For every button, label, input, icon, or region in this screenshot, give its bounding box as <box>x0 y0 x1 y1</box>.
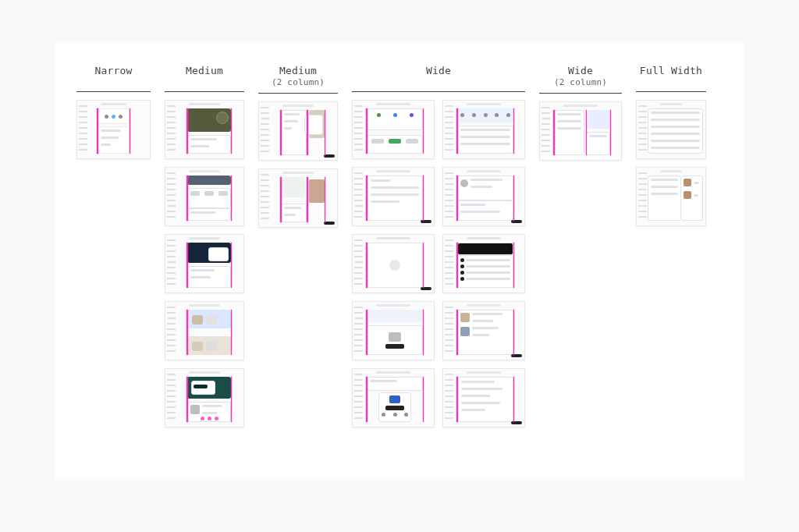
thumb-wide-2b <box>442 167 525 226</box>
stack-medium2 <box>258 101 338 228</box>
col-wide: Wide <box>352 65 525 427</box>
heading-rule <box>539 93 622 94</box>
thumb-wide-3b <box>442 234 525 293</box>
col-medium-2col: Medium (2 column) <box>258 65 338 228</box>
heading-label: Narrow <box>94 65 132 77</box>
thumb-wide2-1 <box>539 101 622 161</box>
thumb-body <box>98 108 130 154</box>
thumb-full-1 <box>636 100 706 159</box>
heading-label: Wide <box>426 65 451 77</box>
heading-rule <box>352 91 525 92</box>
heading-full: Full Width <box>640 65 702 87</box>
heading-rule <box>636 91 706 92</box>
heading-wide2: Wide (2 column) <box>554 65 607 88</box>
thumb-wide-3a <box>352 234 435 293</box>
thumb-medium-2 <box>165 167 244 226</box>
thumb-medium-5 <box>165 368 244 427</box>
thumb-wide-5b <box>442 368 525 427</box>
guide-rail-right <box>130 108 131 154</box>
thumb-medium-3 <box>165 234 244 293</box>
col-medium: Medium <box>165 65 244 427</box>
thumb-medium2-2 <box>258 168 338 228</box>
heading-label: Medium <box>186 65 223 77</box>
thumb-narrow-1 <box>76 100 151 159</box>
col-full: Full Width <box>636 65 706 226</box>
thumb-wide-4a <box>352 301 435 360</box>
thumb-medium2-1 <box>258 101 338 161</box>
stack-medium <box>165 100 244 427</box>
heading-sublabel: (2 column) <box>554 77 607 88</box>
thumb-wide-2a <box>352 167 435 226</box>
stack-wide2 <box>539 101 622 161</box>
col-wide-2col: Wide (2 column) <box>539 65 622 161</box>
heading-rule <box>165 91 244 92</box>
heading-wide: Wide <box>426 65 451 87</box>
heading-rule <box>76 91 151 92</box>
stack-wide <box>352 100 525 427</box>
thumb-wide-1b <box>442 100 525 159</box>
layout-audit-frame: Narrow <box>55 43 744 480</box>
thumb-wide-5a <box>352 368 435 427</box>
thumb-wide-1a <box>352 100 435 159</box>
heading-narrow: Narrow <box>94 65 132 87</box>
guide-rail-left <box>97 108 98 154</box>
heading-label: Medium <box>272 65 325 77</box>
stack-full <box>636 100 706 226</box>
heading-medium: Medium <box>186 65 223 87</box>
heading-label: Full Width <box>640 65 702 77</box>
col-narrow: Narrow <box>76 65 151 159</box>
thumb-medium-1 <box>165 100 244 159</box>
stack-narrow <box>76 100 151 159</box>
thumb-wide-4b <box>442 301 525 360</box>
heading-sublabel: (2 column) <box>272 77 325 88</box>
heading-rule <box>258 93 338 94</box>
heading-label: Wide <box>554 65 607 77</box>
thumb-medium-4 <box>165 301 244 360</box>
thumb-full-2 <box>636 167 706 226</box>
columns-row: Narrow <box>76 65 723 427</box>
heading-medium2: Medium (2 column) <box>272 65 325 88</box>
